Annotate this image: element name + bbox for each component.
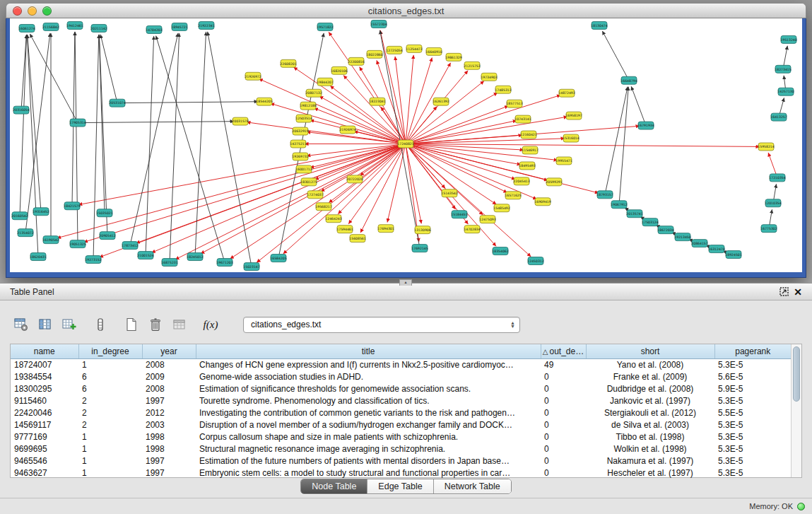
graph-node[interactable]: 18245012	[187, 253, 203, 261]
graph-edge[interactable]	[21, 35, 26, 107]
column-header-out_de[interactable]: △out_de…	[541, 344, 586, 358]
graph-node[interactable]: 22200816	[348, 57, 364, 65]
graph-node[interactable]: 19671203	[216, 259, 233, 267]
graph-node[interactable]: 18130474	[591, 21, 607, 29]
table-cell[interactable]: Embryonic stem cells: a model to study s…	[196, 467, 541, 479]
graph-node[interactable]: 20905412	[99, 232, 115, 240]
graph-edge[interactable]	[407, 146, 455, 209]
graph-node[interactable]: 15316014	[563, 134, 579, 142]
graph-node[interactable]: 15143542	[441, 189, 457, 197]
tab-edge-table[interactable]: Edge Table	[367, 479, 433, 493]
table-cell[interactable]: 5.9E-5	[714, 382, 791, 395]
table-cell[interactable]: 22420046	[11, 407, 78, 419]
graph-edge[interactable]	[84, 145, 404, 243]
graph-node[interactable]: 16958197	[565, 112, 582, 119]
zoom-button[interactable]	[42, 6, 52, 16]
delete-table-icon[interactable]	[146, 315, 165, 334]
table-cell[interactable]: 18724007	[11, 358, 78, 370]
graph-node[interactable]: 17905314	[69, 119, 86, 127]
scrollbar-thumb[interactable]	[793, 346, 800, 402]
table-cell[interactable]: 6	[78, 370, 142, 382]
table-edit-icon[interactable]	[59, 315, 79, 334]
panel-resize-grip[interactable]: ▴	[399, 279, 412, 286]
graph-node[interactable]: 16312470	[708, 245, 724, 253]
table-cell[interactable]: 1	[78, 431, 142, 443]
table-cell[interactable]: 0	[541, 382, 586, 395]
graph-node[interactable]: 16584205	[270, 255, 286, 262]
table-cell[interactable]: Corpus callosum shape and size in male p…	[196, 431, 541, 443]
graph-node[interactable]: 21926972	[245, 72, 261, 80]
table-cell[interactable]: 2003	[142, 419, 196, 431]
table-row[interactable]: 946362711997Embryonic stem cells: a mode…	[11, 467, 791, 479]
graph-node[interactable]: 19269732	[292, 153, 308, 160]
table-cell[interactable]: 9463627	[11, 467, 78, 479]
table-cell[interactable]: 2009	[142, 370, 196, 382]
table-cell[interactable]: 0	[541, 443, 586, 455]
table-cell[interactable]: 1	[78, 358, 142, 370]
table-cell[interactable]: 5.5E-5	[714, 407, 791, 419]
graph-edge[interactable]	[93, 35, 99, 257]
table-row[interactable]: 911546021997Tourette syndrome. Phenomeno…	[11, 395, 791, 407]
table-cell[interactable]: 1	[78, 467, 142, 479]
table-cell[interactable]: 9699695	[11, 443, 78, 455]
graph-node[interactable]: 21354072	[17, 229, 33, 237]
graph-node[interactable]: 19734903	[481, 73, 497, 81]
column-header-short[interactable]: short	[586, 344, 714, 358]
graph-node[interactable]: 16001712	[295, 165, 312, 173]
table-cell[interactable]: Genome-wide association studies in ADHD.	[196, 370, 541, 382]
graph-node[interactable]: 16413257	[770, 113, 787, 121]
function-icon[interactable]: f(x)	[201, 315, 220, 334]
graph-node[interactable]: 12464243	[325, 215, 341, 223]
graph-node[interactable]: 11546917	[522, 146, 538, 154]
graph-node[interactable]: 12160421	[520, 131, 536, 139]
table-cell[interactable]: Investigating the contribution of common…	[196, 407, 541, 419]
column-header-in_degree[interactable]: in_degree	[78, 344, 142, 358]
graph-node[interactable]: 19571822	[317, 23, 333, 30]
graph-node[interactable]: 18022860	[366, 50, 382, 58]
graph-node[interactable]: 15023147	[243, 263, 259, 271]
column-header-year[interactable]: year	[142, 344, 196, 358]
table-cell[interactable]: 6	[78, 382, 142, 395]
graph-node[interactable]: 17873412	[122, 242, 138, 250]
graph-edge[interactable]	[78, 144, 403, 204]
table-cell[interactable]: 0	[541, 407, 586, 419]
graph-edge[interactable]	[156, 36, 224, 260]
graph-edge[interactable]	[408, 93, 498, 142]
table-columns-icon[interactable]	[35, 315, 55, 334]
graph-edge[interactable]	[170, 33, 179, 259]
table-cell[interactable]: 18300295	[11, 382, 78, 395]
graph-node[interactable]: 17274037	[307, 191, 323, 199]
graph-edge[interactable]	[175, 145, 403, 259]
table-cell[interactable]: 49	[541, 358, 586, 370]
graph-node[interactable]: 17694301	[377, 225, 394, 233]
table-scrollbar[interactable]	[791, 344, 801, 477]
graph-node[interactable]: 15184451	[451, 211, 467, 218]
table-cell[interactable]: Structural magnetic resonance image aver…	[196, 443, 541, 455]
graph-node[interactable]: 15572304	[370, 20, 387, 28]
graph-edge[interactable]	[784, 76, 785, 89]
graph-node[interactable]: 14704203	[146, 25, 162, 33]
graph-node[interactable]: 18223041	[369, 98, 385, 105]
graph-edge[interactable]	[768, 153, 777, 175]
table-cell[interactable]: 2	[78, 407, 142, 419]
graph-edge[interactable]	[406, 55, 413, 141]
table-cell[interactable]: Franke et al. (2009)	[586, 370, 714, 382]
table-cell[interactable]: 0	[541, 419, 586, 431]
new-file-icon[interactable]	[122, 315, 141, 334]
tab-network-table[interactable]: Network Table	[433, 479, 511, 493]
graph-node[interactable]: 12450312	[527, 257, 543, 265]
graph-node[interactable]: 19051325	[69, 240, 86, 248]
table-cell[interactable]: 0	[541, 455, 586, 467]
graph-node[interactable]: 18544205	[256, 98, 272, 105]
table-cell[interactable]: 9465546	[11, 455, 78, 467]
table-cell[interactable]: 1998	[142, 443, 196, 455]
graph-node[interactable]: 18495493	[519, 162, 535, 170]
graph-edge[interactable]	[408, 144, 599, 193]
table-cell[interactable]: 0	[541, 370, 586, 382]
graph-edge[interactable]	[408, 146, 531, 257]
graph-edge[interactable]	[195, 32, 206, 254]
table-cell[interactable]: de Silva et al. (2003)	[586, 419, 714, 431]
table-row[interactable]: 1938455462009Genome-wide association stu…	[11, 370, 791, 382]
graph-node[interactable]: 14702834	[464, 226, 480, 233]
graph-node[interactable]: 17503124	[642, 218, 658, 226]
